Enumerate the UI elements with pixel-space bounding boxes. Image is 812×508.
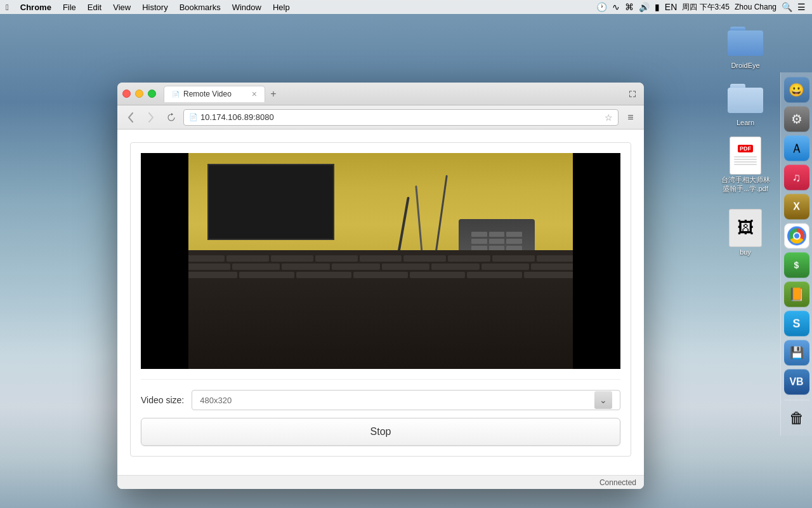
monitor-shape	[207, 164, 334, 240]
bluetooth-icon[interactable]: ∿	[612, 2, 620, 12]
desktop-icon-pdf[interactable]: PDF 台湾手相大师林盛翰手...学.pdf	[720, 137, 771, 192]
battery-icon[interactable]: ▮	[655, 2, 660, 12]
nav-bar: 📄 10.174.106.89:8080 ☆ ≡	[117, 105, 644, 130]
video-central	[188, 153, 573, 369]
search-icon[interactable]: 🔍	[782, 2, 792, 12]
volume-icon[interactable]: 🔊	[639, 2, 650, 12]
dock-item-skype[interactable]: S	[784, 311, 809, 337]
menu-file[interactable]: File	[57, 0, 82, 14]
desktop:  Chrome File Edit View History Bookmark…	[0, 0, 812, 508]
tab-title: Remote Video	[183, 90, 248, 98]
menu-edit[interactable]: Edit	[82, 0, 107, 14]
bookmark-star[interactable]: ☆	[605, 112, 613, 123]
menu-view[interactable]: View	[107, 0, 136, 14]
maximize-button[interactable]	[148, 90, 156, 98]
video-frame	[141, 153, 620, 369]
fullscreen-button[interactable]	[626, 88, 639, 100]
dock: 😀 ⚙ Ａ ♫ X $ 📙 S 💾 VB	[780, 72, 812, 436]
dock-item-numbers[interactable]: $	[784, 253, 809, 278]
controls-area: Video size: 480x320 ⌄ Stop	[141, 379, 620, 446]
video-container: Video size: 480x320 ⌄ Stop	[130, 142, 631, 457]
desktop-icon-droideye[interactable]: DroidEye	[720, 22, 771, 70]
video-black-right	[573, 153, 620, 369]
dock-item-dev[interactable]: X	[784, 194, 809, 220]
pdf-badge: PDF	[738, 145, 753, 152]
stop-button[interactable]: Stop	[141, 418, 620, 446]
page-icon: 📄	[189, 113, 198, 121]
video-size-label: Video size:	[141, 395, 184, 405]
video-size-value: 480x320	[200, 396, 232, 405]
forward-button[interactable]	[143, 109, 159, 126]
dock-item-evernote[interactable]: 📙	[784, 282, 809, 307]
desktop-icons-area: DroidEye Learn PDF	[720, 22, 771, 257]
minimize-button[interactable]	[135, 90, 143, 98]
select-arrow-icon: ⌄	[594, 391, 612, 409]
video-display	[141, 153, 620, 369]
time-machine-icon[interactable]: 🕐	[596, 2, 607, 12]
browser-window: 📄 Remote Video × +	[117, 83, 644, 489]
desktop-icon-learn[interactable]: Learn	[720, 79, 771, 127]
apple-menu[interactable]: 	[0, 0, 15, 14]
desktop-icon-buy[interactable]: 🖼 buy	[720, 209, 771, 257]
page-content: Video size: 480x320 ⌄ Stop	[117, 130, 644, 475]
tab-favicon: 📄	[172, 91, 180, 98]
new-tab-button[interactable]: +	[265, 86, 282, 102]
reload-button[interactable]	[163, 109, 180, 126]
close-button[interactable]	[122, 90, 131, 98]
address-text: 10.174.106.89:8080	[200, 112, 602, 122]
dock-item-appstore[interactable]: Ａ	[784, 136, 809, 161]
menu-help[interactable]: Help	[267, 0, 296, 14]
tab-close-button[interactable]: ×	[252, 90, 257, 98]
dock-item-chrome[interactable]	[784, 224, 809, 249]
title-bar: 📄 Remote Video × +	[117, 83, 644, 105]
keyboard-shape	[188, 250, 573, 369]
connection-status: Connected	[599, 478, 636, 487]
datetime-display: 周四 下午3:45	[682, 2, 730, 13]
browser-content: Video size: 480x320 ⌄ Stop	[117, 130, 644, 475]
dock-item-music[interactable]: ♫	[784, 165, 809, 190]
dock-item-settings[interactable]: ⚙	[784, 107, 809, 132]
tab-bar: 📄 Remote Video × +	[164, 86, 626, 102]
desktop-icon-droideye-label: DroidEye	[731, 62, 759, 70]
back-button[interactable]	[122, 109, 139, 126]
menubar:  Chrome File Edit View History Bookmark…	[0, 0, 812, 14]
video-size-select[interactable]: 480x320 ⌄	[192, 390, 620, 410]
menu-chrome[interactable]: Chrome	[15, 0, 57, 14]
desktop-icon-buy-label: buy	[740, 248, 751, 257]
status-bar: Connected	[117, 475, 644, 489]
wifi-icon[interactable]: ⌘	[625, 2, 634, 12]
keyboard-icon[interactable]: EN	[665, 2, 677, 12]
menu-window[interactable]: Window	[226, 0, 267, 14]
desktop-icon-pdf-label: 台湾手相大师林盛翰手...学.pdf	[720, 176, 771, 192]
menu-bookmarks[interactable]: Bookmarks	[174, 0, 226, 14]
browser-menu-button[interactable]: ≡	[622, 109, 639, 126]
dock-item-finder[interactable]: 😀	[784, 77, 809, 103]
menu-history[interactable]: History	[136, 0, 173, 14]
video-size-row: Video size: 480x320 ⌄	[141, 390, 620, 410]
traffic-lights	[122, 90, 156, 98]
desktop-icon-learn-label: Learn	[737, 119, 754, 127]
dock-item-dropbox[interactable]: 💾	[784, 340, 809, 366]
notification-icon[interactable]: ☰	[797, 2, 806, 12]
address-bar[interactable]: 📄 10.174.106.89:8080 ☆	[183, 109, 619, 126]
video-black-left	[141, 153, 188, 369]
dock-item-trash[interactable]: 🗑	[784, 406, 809, 431]
dock-item-virtualbox[interactable]: VB	[784, 370, 809, 395]
browser-tab[interactable]: 📄 Remote Video ×	[164, 86, 265, 102]
user-display: Zhou Chang	[735, 3, 776, 11]
